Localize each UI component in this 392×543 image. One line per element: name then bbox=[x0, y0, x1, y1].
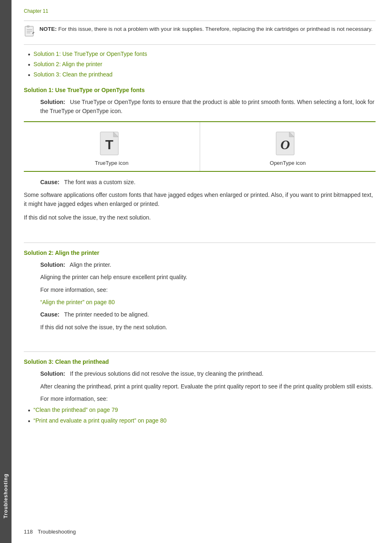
note-text: NOTE: For this issue, there is not a pro… bbox=[39, 25, 373, 33]
divider-2 bbox=[24, 351, 376, 352]
solution1-cause: Cause: The font was a custom size. bbox=[40, 178, 376, 187]
note-body: For this issue, there is not a problem w… bbox=[58, 26, 373, 32]
solution3-links-list: “Clean the printhead” on page 79 “Print … bbox=[28, 407, 376, 425]
solution1-cause-text: The font was a custom size. bbox=[64, 179, 136, 185]
solution3-link-item-1[interactable]: “Clean the printhead” on page 79 bbox=[28, 407, 376, 414]
toc-item-2[interactable]: Solution 2: Align the printer bbox=[28, 61, 376, 69]
solution1-block: Solution 1: Use TrueType or OpenType fon… bbox=[24, 87, 376, 234]
footer-label: Troubleshooting bbox=[38, 529, 76, 535]
toc-link-1[interactable]: Solution 1: Use TrueType or OpenType fon… bbox=[34, 51, 147, 57]
solution3-solution: Solution: If the previous solutions did … bbox=[40, 369, 376, 378]
solution1-heading: Solution 1: Use TrueType or OpenType fon… bbox=[24, 87, 376, 93]
solution2-link[interactable]: “Align the printer” on page 80 bbox=[40, 299, 115, 305]
solution3-label: Solution: bbox=[40, 370, 65, 377]
solution1-cause-label: Cause: bbox=[40, 179, 60, 185]
solution2-block: Solution 2: Align the printer Solution: … bbox=[24, 250, 376, 343]
divider-1 bbox=[24, 243, 376, 243]
solution2-solution: Solution: Align the printer. bbox=[40, 260, 376, 269]
solution3-link-2[interactable]: “Print and evaluate a print quality repo… bbox=[34, 417, 167, 424]
solution3-block: Solution 3: Clean the printhead Solution… bbox=[24, 358, 376, 441]
note-box: NOTE: For this issue, there is not a pro… bbox=[24, 21, 376, 45]
page-number: 118 bbox=[24, 529, 33, 535]
note-icon bbox=[24, 25, 35, 39]
sidebar: Troubleshooting bbox=[0, 0, 12, 543]
note-label: NOTE: bbox=[39, 26, 57, 32]
opentype-icon: O bbox=[273, 130, 302, 160]
svg-text:T: T bbox=[105, 137, 113, 152]
page-footer: 118 Troubleshooting bbox=[24, 529, 76, 535]
solution2-heading: Solution 2: Align the printer bbox=[24, 250, 376, 256]
svg-text:O: O bbox=[281, 137, 290, 152]
solution3-body1: After cleaning the printhead, print a pr… bbox=[40, 382, 376, 391]
solution2-link-para: “Align the printer” on page 80 bbox=[40, 298, 376, 307]
solution2-text: Align the printer. bbox=[70, 261, 111, 268]
truetype-caption: TrueType icon bbox=[95, 160, 129, 166]
toc-link-3[interactable]: Solution 3: Clean the printhead bbox=[34, 71, 113, 78]
solution2-body1: Aligning the printer can help ensure exc… bbox=[40, 273, 376, 282]
solution1-body: Use TrueType or OpenType fonts to ensure… bbox=[40, 99, 374, 114]
solution2-cause: Cause: The printer needed to be aligned. bbox=[40, 310, 376, 319]
solution2-label: Solution: bbox=[40, 261, 65, 268]
solution3-text: If the previous solutions did not resolv… bbox=[70, 370, 263, 377]
solution3-heading: Solution 3: Clean the printhead bbox=[24, 358, 376, 365]
sidebar-label: Troubleshooting bbox=[3, 474, 9, 518]
solution3-body2: For more information, see: bbox=[40, 394, 376, 403]
solution1-body1: Some software applications offer custom … bbox=[24, 190, 376, 209]
svg-rect-1 bbox=[27, 25, 29, 27]
font-table: T TrueType icon O OpenType icon bbox=[24, 121, 376, 172]
toc-item-1[interactable]: Solution 1: Use TrueType or OpenType fon… bbox=[28, 51, 376, 58]
solution3-link-1[interactable]: “Clean the printhead” on page 79 bbox=[34, 407, 118, 413]
main-content: Chapter 11 NOTE: For this issue, there i… bbox=[12, 0, 392, 543]
solution2-cause-text: The printer needed to be aligned. bbox=[64, 311, 149, 318]
solution1-label: Solution: bbox=[40, 99, 65, 105]
solution2-body3: If this did not solve the issue, try the… bbox=[40, 323, 376, 332]
toc-link-2[interactable]: Solution 2: Align the printer bbox=[34, 61, 102, 67]
solution3-link-item-2[interactable]: “Print and evaluate a print quality repo… bbox=[28, 417, 376, 425]
truetype-icon: T bbox=[97, 130, 127, 160]
solution1-body2: If this did not solve the issue, try the… bbox=[24, 213, 376, 222]
opentype-caption: OpenType icon bbox=[270, 160, 306, 166]
solution2-body2: For more information, see: bbox=[40, 285, 376, 294]
toc-item-3[interactable]: Solution 3: Clean the printhead bbox=[28, 71, 376, 79]
opentype-cell: O OpenType icon bbox=[200, 122, 376, 171]
toc-list: Solution 1: Use TrueType or OpenType fon… bbox=[28, 51, 376, 79]
chapter-label: Chapter 11 bbox=[24, 8, 376, 14]
truetype-cell: T TrueType icon bbox=[24, 122, 200, 171]
solution2-cause-label: Cause: bbox=[40, 311, 60, 318]
solution1-text: Solution: Use TrueType or OpenType fonts… bbox=[40, 97, 376, 116]
